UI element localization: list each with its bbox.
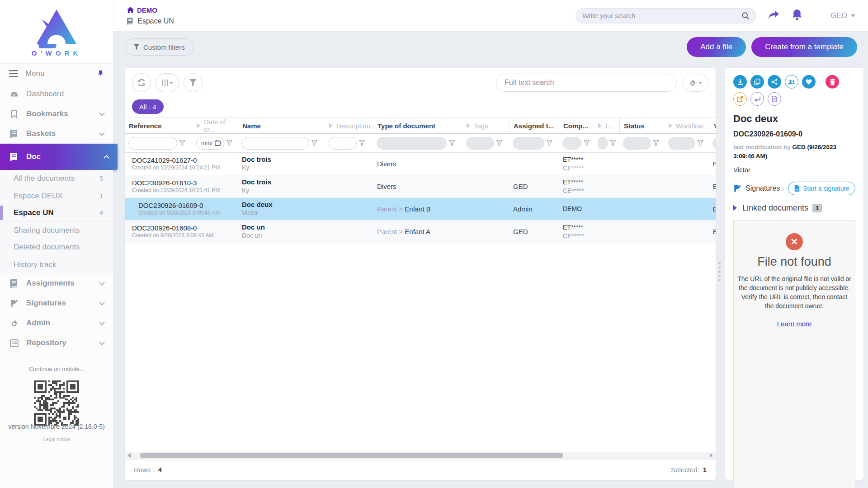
- columns-button[interactable]: [156, 73, 179, 92]
- fulltext-search-input[interactable]: [496, 74, 677, 92]
- funnel-icon[interactable]: [359, 140, 365, 146]
- funnel-icon[interactable]: [311, 140, 317, 146]
- sidebar-item-dashboard[interactable]: Dashboard: [0, 84, 113, 104]
- filter-name-input[interactable]: [241, 137, 309, 150]
- heart-icon: [806, 79, 812, 85]
- filter-reference-input[interactable]: [128, 137, 177, 150]
- pin-icon[interactable]: [97, 70, 104, 77]
- panel-resize-handle[interactable]: [718, 262, 721, 281]
- column-header-comp[interactable]: Comp...: [559, 118, 594, 133]
- funnel-icon[interactable]: [496, 140, 502, 146]
- horizontal-scrollbar[interactable]: [126, 452, 715, 459]
- sidebar-item-admin[interactable]: Admin: [0, 313, 113, 333]
- funnel-icon[interactable]: [610, 140, 616, 146]
- notifications-button[interactable]: [792, 9, 802, 22]
- sidebar-item-history-track[interactable]: History track: [0, 256, 113, 273]
- filter-button[interactable]: [184, 73, 203, 92]
- global-search-input[interactable]: [582, 12, 741, 19]
- start-signature-label: Start a signature: [803, 185, 849, 192]
- column-header-name[interactable]: Name: [238, 118, 325, 133]
- sidebar-item-all-documents[interactable]: All the documents 5: [0, 170, 113, 187]
- sidebar-item-assignments[interactable]: Assignments: [0, 273, 113, 293]
- type-prefix: Parent >: [377, 228, 403, 235]
- table-settings-button[interactable]: [682, 74, 708, 92]
- column-header-date-of-creation[interactable]: Date of cr...: [193, 118, 238, 133]
- funnel-icon[interactable]: [547, 140, 552, 146]
- custom-filters-button[interactable]: Custom filters: [125, 38, 193, 56]
- column-header-reference[interactable]: Reference: [125, 118, 193, 133]
- filter-description-input[interactable]: [329, 137, 357, 150]
- file-error-message: The URL of the original file is not vali…: [736, 274, 852, 311]
- comp-line2: CE*****: [563, 232, 594, 240]
- delete-button[interactable]: [826, 75, 839, 89]
- count-badge: 1: [99, 192, 103, 200]
- copy-button[interactable]: [750, 75, 764, 89]
- favorite-button[interactable]: [802, 75, 816, 89]
- create-from-template-button[interactable]: Create from a template: [751, 37, 857, 57]
- filter-workflow-input[interactable]: [668, 137, 695, 150]
- column-header-tags[interactable]: Tags: [462, 118, 509, 133]
- start-signature-button[interactable]: Start a signature: [788, 182, 855, 195]
- download-button[interactable]: [733, 75, 747, 89]
- filter-status-input[interactable]: [623, 137, 651, 150]
- breadcrumb-page[interactable]: Espace UN: [127, 17, 174, 25]
- sidebar-item-doc[interactable]: Doc: [0, 144, 118, 170]
- funnel-icon[interactable]: [584, 140, 590, 146]
- column-header-status[interactable]: Status: [619, 118, 665, 133]
- column-header-workflow[interactable]: Workflow: [665, 118, 709, 133]
- sidebar-item-bookmarks[interactable]: Bookmarks: [0, 104, 113, 124]
- add-file-button[interactable]: Add a file: [687, 37, 746, 57]
- share-button[interactable]: [768, 75, 781, 89]
- sidebar-item-label: Admin: [26, 319, 100, 328]
- legal-notice-link[interactable]: Legal notice: [0, 436, 113, 442]
- sidebar-item-espace-deux[interactable]: Espace DEUX 1: [0, 187, 113, 204]
- table-row[interactable]: DOC230926-01610-3 Created on 10/29/2024 …: [125, 175, 716, 198]
- column-header-type[interactable]: Type of document: [373, 118, 462, 133]
- search-icon[interactable]: [741, 12, 750, 20]
- filter-assigned-input[interactable]: [513, 137, 544, 150]
- breadcrumb-root-label: DEMO: [137, 6, 157, 14]
- sidebar-item-espace-un[interactable]: Espace UN 4: [0, 204, 113, 221]
- filter-tags-input[interactable]: [466, 137, 494, 150]
- document-versions-button[interactable]: [768, 92, 781, 106]
- detail-document-reference: DOC230926-01609-0: [733, 130, 855, 138]
- table-row[interactable]: DOC230926-01608-0 Created on 9/26/2023 3…: [125, 221, 716, 243]
- table-row-selected[interactable]: DOC230926-01609-0 Created on 9/26/2023 3…: [125, 198, 716, 221]
- funnel-icon[interactable]: [179, 140, 185, 146]
- table-header-row: Reference Date of cr... Name Description…: [125, 117, 716, 134]
- return-button[interactable]: [750, 92, 764, 106]
- funnel-icon[interactable]: [698, 140, 703, 146]
- column-header-assigned[interactable]: Assigned t...: [509, 118, 559, 133]
- column-header-i[interactable]: I...: [594, 118, 619, 133]
- user-menu[interactable]: GED: [830, 11, 855, 20]
- calendar-icon[interactable]: [215, 140, 221, 146]
- linked-documents-toggle[interactable]: Linked documents 1: [733, 203, 855, 213]
- menu-toggle[interactable]: Menu: [0, 63, 113, 84]
- filter-y-input[interactable]: [712, 137, 716, 150]
- scrollbar-thumb[interactable]: [140, 453, 563, 458]
- expand-icon: [598, 123, 602, 128]
- tab-all-documents[interactable]: All : 4: [132, 99, 164, 114]
- column-header-description[interactable]: Description: [325, 118, 373, 133]
- scroll-left-arrow[interactable]: [128, 453, 131, 458]
- filter-i-input[interactable]: [598, 137, 608, 150]
- breadcrumb-root[interactable]: DEMO: [127, 6, 174, 14]
- share-button[interactable]: [768, 9, 780, 22]
- learn-more-link[interactable]: Learn more: [777, 320, 812, 328]
- sidebar-item-sharing-documents[interactable]: Sharing documents: [0, 221, 113, 239]
- table-row[interactable]: DOC241029-01627-0 Created on 10/29/2024 …: [125, 153, 716, 175]
- filter-type-input[interactable]: [377, 137, 447, 150]
- permissions-button[interactable]: [785, 75, 798, 89]
- sidebar-item-baskets[interactable]: Baskets: [0, 124, 113, 144]
- funnel-icon[interactable]: [653, 140, 659, 146]
- sidebar-item-repository[interactable]: Repository: [0, 333, 113, 353]
- funnel-icon[interactable]: [449, 140, 455, 146]
- refresh-button[interactable]: [132, 73, 151, 92]
- scroll-right-arrow[interactable]: [710, 453, 712, 458]
- column-header-y[interactable]: Y...: [709, 118, 716, 133]
- open-external-button[interactable]: [733, 92, 747, 106]
- funnel-icon[interactable]: [226, 140, 232, 146]
- filter-comp-input[interactable]: [562, 137, 581, 150]
- sidebar-item-deleted-documents[interactable]: Deleted documents: [0, 239, 113, 256]
- sidebar-item-signatures[interactable]: Signatures: [0, 293, 113, 313]
